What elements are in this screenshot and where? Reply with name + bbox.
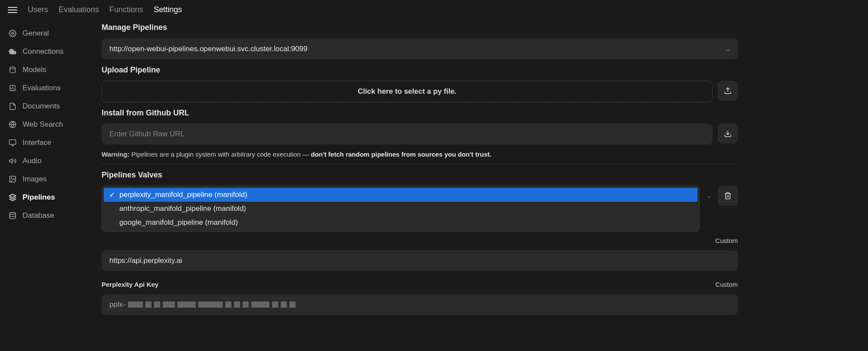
topnav-settings[interactable]: Settings [154,5,182,14]
api-key-input[interactable]: pplx- [102,294,738,315]
sidebar-item-label: Connections [23,47,64,56]
valve-option-google[interactable]: google_manifold_pipeline (manifold) [104,216,697,230]
chart-icon [9,84,16,92]
svg-point-5 [11,177,12,178]
topnav-functions[interactable]: Functions [109,5,143,14]
warning-text: Warning: Pipelines are a plugin system w… [102,151,738,164]
github-url-input[interactable] [102,124,713,144]
sidebar-item-general[interactable]: General [3,25,91,42]
cloud-icon [9,48,16,56]
sidebar-item-pipelines[interactable]: Pipelines [3,189,91,206]
svg-point-0 [10,67,15,69]
sidebar-item-label: Web Search [23,120,63,129]
svg-point-6 [10,213,16,215]
sidebar-item-label: Models [23,66,46,74]
sidebar-item-models[interactable]: Models [3,61,91,79]
manage-pipelines-title: Manage Pipelines [102,23,738,32]
stack-icon [9,66,16,74]
svg-rect-3 [10,140,16,144]
download-button[interactable] [718,124,738,144]
sidebar-item-label: Database [23,211,54,220]
sidebar: General Connections Models Evaluations D… [0,20,95,351]
upload-zone[interactable]: Click here to select a py file. [102,81,713,102]
sidebar-item-audio[interactable]: Audio [3,152,91,170]
custom-tag: Custom [715,237,738,244]
valve-option-perplexity[interactable]: perplexity_manifold_pipeline (manifold) [104,188,697,202]
upload-pipeline-title: Upload Pipeline [102,66,738,75]
monitor-icon [9,139,16,147]
sidebar-item-label: Audio [23,157,41,165]
sidebar-item-label: Images [23,175,47,184]
topnav-evaluations[interactable]: Evaluations [59,5,99,14]
upload-button[interactable] [718,81,738,101]
sidebar-item-label: Documents [23,102,60,111]
pipeline-url-value: http://open-webui-pipelines.openwebui.sv… [109,45,307,53]
sidebar-item-label: Pipelines [23,193,55,202]
globe-icon [9,121,16,128]
download-icon [724,130,732,138]
gear-icon [9,30,16,37]
topnav-users[interactable]: Users [28,5,48,14]
api-key-label: Perplexity Api Key [102,281,158,288]
sidebar-item-evaluations[interactable]: Evaluations [3,79,91,97]
document-icon [9,102,16,110]
api-key-prefix: pplx- [109,300,125,309]
sidebar-item-documents[interactable]: Documents [3,98,91,115]
pipelines-valves-title: Pipelines Valves [102,171,738,180]
trash-icon [724,192,732,200]
sidebar-item-database[interactable]: Database [3,207,91,224]
valve-select-dropdown[interactable]: perplexity_manifold_pipeline (manifold) … [102,186,700,232]
sidebar-item-connections[interactable]: Connections [3,43,91,60]
sidebar-item-web-search[interactable]: Web Search [3,116,91,133]
chevron-down-icon: ⌵ [726,44,730,53]
sidebar-item-interface[interactable]: Interface [3,134,91,151]
image-icon [9,175,16,183]
database-icon [9,212,16,220]
custom-tag: Custom [715,281,738,288]
speaker-icon [9,157,16,165]
menu-toggle[interactable] [8,7,17,13]
valve-option-anthropic[interactable]: anthropic_manifold_pipeline (manifold) [104,202,697,216]
sidebar-item-label: Evaluations [23,84,61,92]
sidebar-item-images[interactable]: Images [3,171,91,188]
install-github-title: Install from Github URL [102,108,738,118]
sidebar-item-label: Interface [23,138,51,147]
delete-valve-button[interactable] [718,186,738,206]
top-nav: Users Evaluations Functions Settings [28,5,182,14]
upload-icon [724,87,732,95]
sidebar-item-label: General [23,29,49,38]
base-url-input[interactable] [102,250,738,271]
layers-icon [9,194,16,201]
pipeline-url-select[interactable]: http://open-webui-pipelines.openwebui.sv… [102,38,738,59]
chevron-down-icon: ⌵ [705,186,713,206]
